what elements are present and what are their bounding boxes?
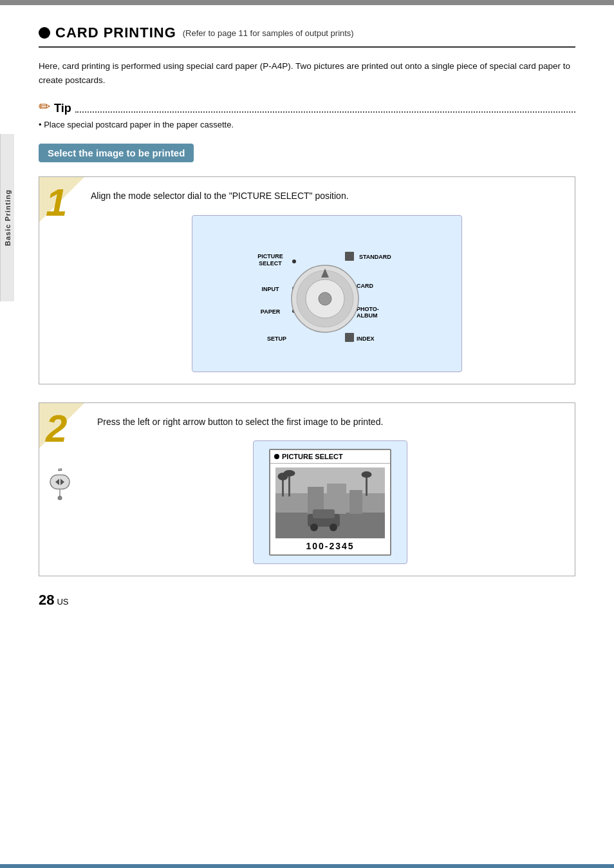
page-content: CARD PRINTING (Refer to page 11 for samp… [0,5,614,620]
svg-rect-41 [313,509,335,518]
svg-text:PICTURE: PICTURE [257,253,283,259]
svg-rect-15 [345,333,354,342]
svg-rect-34 [366,475,367,496]
svg-text:PAPER: PAPER [261,308,281,315]
tip-wrapper: ✏ Tip • Place special postcard paper in … [39,100,575,129]
page-footer: 28 US [39,592,69,609]
svg-rect-3 [345,252,354,261]
svg-text:CARD: CARD [357,283,373,289]
photo-placeholder [275,467,385,538]
step-1-number: 1 [46,184,67,222]
picture-number: 100-2345 [270,541,390,554]
dial-svg: PICTURE SELECT STANDARD INPUT CARD PAPER… [230,231,423,360]
svg-text:SETUP: SETUP [267,335,286,342]
bottom-bar [0,864,614,868]
svg-text:INDEX: INDEX [357,335,375,342]
tip-label: Tip [54,102,71,115]
picture-select-header: PICTURE SELECT [270,450,390,464]
svg-point-21 [319,292,331,305]
intro-text: Here, card printing is performed using s… [39,59,575,87]
arrow-button-area: ⇄ [47,464,73,500]
svg-point-27 [58,496,62,500]
arrow-button-svg: ⇄ [47,464,73,500]
tip-dots [75,111,575,113]
ps-dot [274,454,279,459]
select-header: Select the image to be printed [39,144,194,162]
svg-rect-39 [349,490,362,514]
svg-text:ALBUM: ALBUM [357,312,378,319]
tip-header-row: ✏ Tip [39,100,575,117]
svg-point-33 [284,470,295,476]
svg-text:STANDARD: STANDARD [359,254,391,260]
step-2-number: 2 [46,410,67,448]
sidebar-strip: Basic Printing [0,134,14,301]
svg-text:PHOTO-: PHOTO- [357,306,379,312]
svg-point-42 [310,524,318,531]
step-1-container: 1 Align the mode selector dial to the "P… [39,176,575,384]
svg-point-43 [330,524,337,531]
svg-text:INPUT: INPUT [262,286,280,292]
step-1-text: Align the mode selector dial to the "PIC… [91,189,563,203]
dial-area: PICTURE SELECT STANDARD INPUT CARD PAPER… [192,215,462,372]
svg-text:⇄: ⇄ [58,466,62,472]
page-number: 28 [39,592,54,609]
tip-section: ✏ Tip • Place special postcard paper in … [39,100,575,129]
section-title: CARD PRINTING [55,24,176,41]
step-2-text: Press the left or right arrow button to … [97,415,563,429]
picture-select-area: PICTURE SELECT [253,440,407,564]
svg-text:SELECT: SELECT [259,260,282,267]
photo-svg [275,467,385,538]
svg-rect-32 [288,474,290,496]
svg-point-35 [362,471,372,478]
section-subtitle: (Refer to page 11 for samples of output … [183,28,354,38]
sidebar-label: Basic Printing [4,189,12,246]
svg-point-2 [292,259,296,263]
picture-select-box: PICTURE SELECT [269,449,391,556]
svg-rect-38 [327,484,346,514]
section-header: CARD PRINTING (Refer to page 11 for samp… [39,24,575,48]
tip-content: • Place special postcard paper in the pa… [39,120,575,129]
tip-icon: ✏ [39,99,50,115]
bullet-circle [39,27,50,39]
svg-rect-23 [50,475,70,489]
step-2-container: 2 ⇄ Press the left or right arrow button… [39,402,575,576]
page-label: US [57,597,68,607]
top-bar [0,0,614,5]
